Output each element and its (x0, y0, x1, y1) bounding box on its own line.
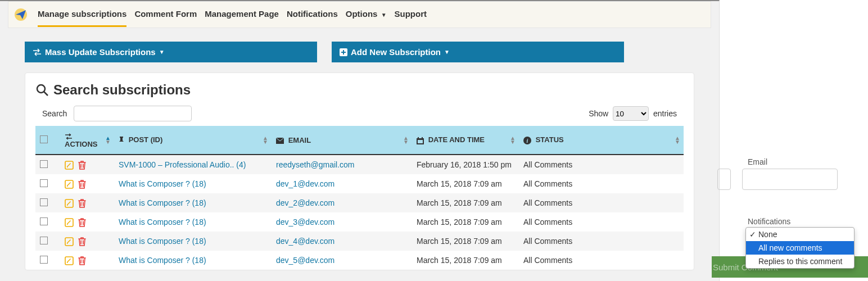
date-cell: March 15, 2018 7:09 am (412, 232, 519, 251)
notifications-label: Notifications (748, 217, 868, 226)
delete-icon[interactable] (78, 179, 86, 188)
email-label: Email (748, 157, 868, 166)
table-row: What is Composer ? (18)dev_3@dev.comMarc… (35, 212, 684, 232)
transfer-icon (65, 133, 73, 140)
date-cell: March 15, 2018 7:09 am (412, 251, 519, 270)
table-row: What is Composer ? (18)dev_4@dev.comMarc… (35, 232, 684, 251)
col-status[interactable]: i STATUS ▲▼ (519, 126, 684, 155)
post-link[interactable]: What is Composer ? (18) (119, 256, 206, 265)
name-field[interactable] (717, 169, 731, 190)
email-link[interactable]: dev_3@dev.com (276, 217, 334, 226)
email-field[interactable] (742, 169, 838, 190)
caret-down-icon: ▼ (444, 49, 450, 55)
email-link[interactable]: dev_2@dev.com (276, 198, 334, 207)
col-date[interactable]: DATE AND TIME ▲▼ (412, 126, 519, 155)
entries-label: entries (653, 109, 677, 118)
edit-icon[interactable] (65, 217, 74, 226)
select-all-checkbox[interactable] (40, 135, 48, 143)
calendar-icon (417, 137, 424, 144)
col-post[interactable]: POST (ID) ▲▼ (114, 126, 272, 155)
table-row: SVM-1000 – Professional Audio.. (4)reedy… (35, 155, 684, 174)
post-link[interactable]: What is Composer ? (18) (119, 237, 206, 246)
status-cell: All Comments (519, 155, 684, 174)
date-cell: March 15, 2018 7:09 am (412, 174, 519, 193)
delete-icon[interactable] (78, 255, 86, 265)
entries-select[interactable]: 10 (613, 106, 649, 121)
delete-icon[interactable] (78, 160, 86, 169)
search-icon (35, 83, 49, 97)
nav-options[interactable]: Options ▼ (346, 2, 387, 27)
row-checkbox[interactable] (40, 160, 48, 168)
edit-icon[interactable] (65, 179, 74, 188)
date-cell: March 15, 2018 7:09 am (412, 212, 519, 232)
col-email[interactable]: EMAIL ▲▼ (272, 126, 412, 155)
email-link[interactable]: reedyseth@gmail.com (276, 160, 355, 169)
post-link[interactable]: What is Composer ? (18) (119, 198, 206, 207)
email-link[interactable]: dev_5@dev.com (276, 256, 334, 265)
add-new-subscription-button[interactable]: Add New Subscription ▼ (332, 42, 624, 62)
subscriptions-table: ACTIONS ▲▼ POST (ID) ▲▼ EMAIL ▲▼ (35, 126, 684, 270)
status-cell: All Comments (519, 251, 684, 270)
opt-all-new[interactable]: All new comments (746, 241, 854, 255)
app-logo-icon (14, 8, 28, 21)
nav-manage-subscriptions[interactable]: Manage subscriptions (38, 2, 126, 27)
status-cell: All Comments (519, 212, 684, 232)
post-link[interactable]: What is Composer ? (18) (119, 217, 206, 226)
top-navbar: Manage subscriptions Comment Form Manage… (8, 1, 711, 28)
col-actions[interactable]: ACTIONS ▲▼ (60, 126, 114, 155)
opt-none[interactable]: None (746, 228, 854, 241)
table-row: What is Composer ? (18)dev_1@dev.comMarc… (35, 174, 684, 193)
status-cell: All Comments (519, 174, 684, 193)
edit-icon[interactable] (65, 160, 74, 169)
svg-text:i: i (527, 138, 528, 144)
caret-down-icon: ▼ (381, 12, 387, 18)
email-link[interactable]: dev_4@dev.com (276, 237, 334, 246)
info-icon: i (523, 137, 531, 144)
delete-icon[interactable] (78, 198, 86, 207)
table-row: What is Composer ? (18)dev_5@dev.comMarc… (35, 251, 684, 270)
nav-management-page[interactable]: Management Page (205, 2, 279, 27)
row-checkbox[interactable] (40, 198, 48, 206)
transfer-icon (33, 48, 42, 56)
status-cell: All Comments (519, 193, 684, 212)
col-checkbox (35, 126, 60, 155)
search-panel: Search subscriptions Search Show 10 entr… (25, 72, 694, 270)
svg-point-2 (37, 85, 45, 93)
show-label: Show (589, 109, 608, 118)
row-checkbox[interactable] (40, 237, 48, 244)
opt-replies[interactable]: Replies to this comment (746, 255, 854, 268)
pin-icon (119, 137, 124, 144)
nav-comment-form[interactable]: Comment Form (134, 2, 197, 27)
caret-down-icon: ▼ (159, 49, 165, 55)
edit-icon[interactable] (65, 236, 74, 246)
svg-rect-7 (418, 137, 419, 139)
envelope-icon (276, 138, 284, 144)
search-label: Search (42, 109, 67, 118)
date-cell: March 15, 2018 7:09 am (412, 193, 519, 212)
row-checkbox[interactable] (40, 179, 48, 187)
table-row: What is Composer ? (18)dev_2@dev.comMarc… (35, 193, 684, 212)
post-link[interactable]: SVM-1000 – Professional Audio.. (4) (119, 160, 246, 169)
row-checkbox[interactable] (40, 256, 48, 264)
notifications-dropdown[interactable]: None All new comments Replies to this co… (745, 227, 855, 269)
edit-icon[interactable] (65, 255, 74, 265)
delete-icon[interactable] (78, 217, 86, 226)
email-link[interactable]: dev_1@dev.com (276, 179, 334, 188)
svg-rect-6 (418, 140, 423, 143)
svg-line-3 (44, 92, 48, 96)
status-cell: All Comments (519, 232, 684, 251)
delete-icon[interactable] (78, 236, 86, 246)
date-cell: February 16, 2018 1:50 pm (412, 155, 519, 174)
row-checkbox[interactable] (40, 217, 48, 225)
nav-support[interactable]: Support (395, 2, 427, 27)
mass-update-button[interactable]: Mass Update Subscriptions ▼ (25, 42, 317, 62)
plus-square-icon (340, 48, 347, 56)
nav-notifications[interactable]: Notifications (287, 2, 338, 27)
edit-icon[interactable] (65, 198, 74, 207)
svg-rect-8 (422, 137, 423, 139)
search-input[interactable] (74, 106, 192, 121)
panel-title: Search subscriptions (35, 82, 684, 98)
post-link[interactable]: What is Composer ? (18) (119, 179, 206, 188)
